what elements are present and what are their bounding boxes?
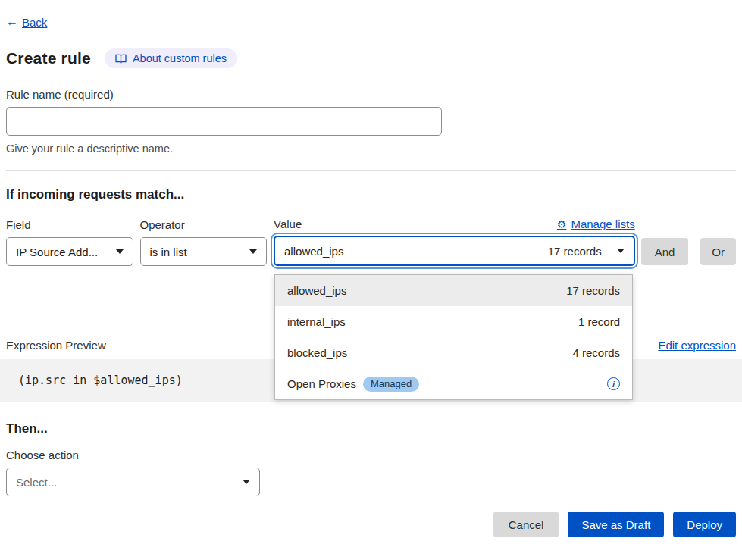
book-icon (115, 54, 127, 64)
operator-select-value: is in list (150, 246, 243, 258)
back-link-label: Back (22, 16, 47, 29)
value-select-value: allowed_ips (284, 245, 548, 258)
list-option-open-proxies[interactable]: Open Proxies Managed i (275, 368, 632, 399)
list-option-internal-ips[interactable]: internal_ips 1 record (275, 306, 632, 337)
chevron-down-icon (249, 249, 257, 254)
manage-lists-link[interactable]: ⚙ Manage lists (557, 217, 635, 230)
rule-name-input[interactable] (6, 107, 442, 136)
list-dropdown-menu: allowed_ips 17 records internal_ips 1 re… (274, 274, 633, 400)
and-button[interactable]: And (641, 238, 689, 265)
list-option-left: Open Proxies Managed (287, 377, 419, 392)
back-arrow-icon: ← (6, 15, 18, 29)
gear-icon: ⚙ (557, 218, 567, 230)
chevron-down-icon (243, 480, 250, 484)
rule-name-group: Rule name (required) Give your rule a de… (6, 88, 736, 155)
section-divider (6, 170, 736, 171)
info-icon[interactable]: i (607, 377, 620, 390)
about-custom-rules-label: About custom rules (133, 52, 227, 64)
field-select[interactable]: IP Source Add... (6, 237, 133, 266)
match-section-heading: If incoming requests match... (6, 187, 736, 202)
list-option-allowed-ips[interactable]: allowed_ips 17 records (275, 275, 632, 306)
cancel-button[interactable]: Cancel (493, 512, 559, 537)
choose-action-label: Choose action (6, 449, 736, 461)
value-column: Value ⚙ Manage lists allowed_ips 17 reco… (274, 217, 635, 266)
about-custom-rules-link[interactable]: About custom rules (105, 48, 237, 68)
managed-badge: Managed (363, 377, 419, 392)
then-section-heading: Then... (6, 421, 736, 436)
field-label: Field (6, 218, 133, 231)
expression-preview-label: Expression Preview (6, 339, 106, 352)
operator-label: Operator (140, 218, 268, 231)
value-label-row: Value ⚙ Manage lists (274, 217, 635, 230)
value-select[interactable]: allowed_ips 17 records (274, 236, 635, 266)
list-option-name: internal_ips (287, 315, 346, 328)
deploy-button[interactable]: Deploy (673, 512, 736, 537)
or-button[interactable]: Or (700, 238, 736, 265)
action-select-placeholder: Select... (16, 476, 235, 489)
rule-name-help: Give your rule a descriptive name. (6, 142, 736, 155)
field-column: Field IP Source Add... (6, 218, 133, 266)
edit-expression-link[interactable]: Edit expression (658, 339, 736, 352)
list-option-name: allowed_ips (287, 284, 346, 297)
rule-name-label: Rule name (required) (6, 88, 736, 101)
page-title: Create rule (6, 49, 91, 67)
title-row: Create rule About custom rules (6, 48, 736, 68)
list-option-name: Open Proxies (287, 377, 356, 390)
action-select[interactable]: Select... (6, 468, 260, 496)
value-select-meta: 17 records (548, 245, 602, 258)
list-option-meta: 17 records (566, 284, 620, 297)
value-label: Value (274, 217, 302, 230)
match-condition-row: Field IP Source Add... Operator is in li… (6, 217, 736, 266)
manage-lists-label: Manage lists (571, 217, 634, 230)
chevron-down-icon (116, 249, 124, 254)
create-rule-page: ← Back Create rule About custom rules Ru… (0, 0, 742, 560)
field-select-value: IP Source Add... (16, 246, 108, 258)
list-option-meta: 1 record (578, 315, 620, 328)
footer-actions: Cancel Save as Draft Deploy (6, 512, 736, 537)
operator-select[interactable]: is in list (140, 237, 268, 266)
expression-code: (ip.src in $allowed_ips) (18, 374, 183, 387)
operator-column: Operator is in list (140, 218, 268, 266)
list-option-meta: 4 records (573, 346, 621, 359)
save-as-draft-button[interactable]: Save as Draft (568, 512, 664, 537)
list-option-name: blocked_ips (287, 346, 347, 359)
chevron-down-icon (617, 249, 625, 253)
back-link[interactable]: ← Back (6, 15, 47, 29)
list-option-blocked-ips[interactable]: blocked_ips 4 records (275, 337, 632, 368)
